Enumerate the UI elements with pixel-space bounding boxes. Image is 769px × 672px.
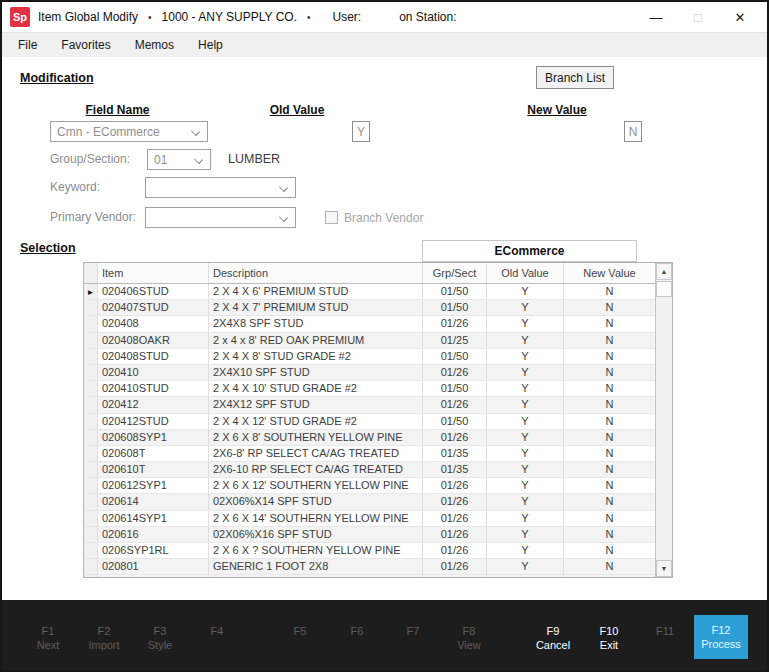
row-selector-cell: ►	[84, 333, 98, 348]
table-row[interactable]: ► 020801 GENERIC 1 FOOT 2X8 01/26 Y N	[84, 559, 655, 575]
table-row[interactable]: ► 020412STUD 2 X 4 X 12' STUD GRADE #2 0…	[84, 414, 655, 430]
grp-sect-cell: 01/50	[423, 414, 487, 429]
new-value-cell: N	[564, 559, 655, 574]
vertical-scrollbar[interactable]: ▲ ▼	[655, 263, 672, 577]
grid-header-new-value: New Value	[564, 263, 655, 283]
description-cell: 2 X 4 X 8' STUD GRADE #2	[209, 349, 423, 364]
old-value-field[interactable]: Y	[352, 121, 370, 142]
function-key-button[interactable]: F10 Exit	[581, 624, 637, 652]
table-row[interactable]: ► 020608SYP1 2 X 6 X 8' SOUTHERN YELLOW …	[84, 430, 655, 446]
new-value-cell: N	[564, 430, 655, 445]
table-row[interactable]: ► 020408OAKR 2 x 4 x 8' RED OAK PREMIUM …	[84, 333, 655, 349]
table-row[interactable]: ► 020408 2X4X8 SPF STUD 01/26 Y N	[84, 316, 655, 332]
item-cell: 020608SYP1	[98, 430, 209, 445]
group-section-select[interactable]: 01	[147, 149, 211, 170]
function-key-button[interactable]: F7	[385, 624, 441, 638]
field-name-select[interactable]: Cmn - ECommerce	[50, 121, 208, 142]
function-key-name: F7	[385, 624, 441, 638]
table-row[interactable]: ► 020614SYP1 2 X 6 X 14' SOUTHERN YELLOW…	[84, 511, 655, 527]
item-cell: 020610T	[98, 462, 209, 477]
group-section-select-value: 01	[154, 153, 167, 167]
table-row[interactable]: ► 020406STUD 2 X 4 X 6' PREMIUM STUD 01/…	[84, 284, 655, 300]
table-row[interactable]: ► 020608T 2X6-8' RP SELECT CA/AG TREATED…	[84, 446, 655, 462]
function-key-button[interactable]: F4	[189, 624, 245, 638]
row-selector-cell: ►	[84, 365, 98, 380]
old-value-cell: Y	[487, 300, 564, 315]
row-selector-cell: ►	[84, 446, 98, 461]
old-value-cell: Y	[487, 543, 564, 558]
old-value-cell: Y	[487, 414, 564, 429]
function-key-button[interactable]: F9 Cancel	[525, 624, 581, 652]
table-row[interactable]: ► 020408STUD 2 X 4 X 8' STUD GRADE #2 01…	[84, 349, 655, 365]
function-key-button[interactable]: F3 Style	[132, 624, 188, 652]
scrollbar-thumb[interactable]	[656, 281, 672, 297]
grid-body: ► 020406STUD 2 X 4 X 6' PREMIUM STUD 01/…	[84, 284, 655, 577]
new-value-field[interactable]: N	[624, 121, 642, 142]
table-row[interactable]: ► 020610T 2X6-10 RP SELECT CA/AG TREATED…	[84, 462, 655, 478]
item-cell: 020616	[98, 527, 209, 542]
grp-sect-cell: 01/35	[423, 446, 487, 461]
menu-memos[interactable]: Memos	[135, 38, 174, 52]
old-value-cell: Y	[487, 316, 564, 331]
old-value-cell: Y	[487, 397, 564, 412]
station-label: on Station:	[399, 10, 456, 24]
new-value-cell: N	[564, 349, 655, 364]
menu-favorites[interactable]: Favorites	[61, 38, 110, 52]
function-key-button[interactable]: F1 Next	[20, 624, 76, 652]
item-cell: 020612SYP1	[98, 478, 209, 493]
primary-vendor-select[interactable]	[145, 207, 296, 228]
table-row[interactable]: ► 020410STUD 2 X 4 X 10' STUD GRADE #2 0…	[84, 381, 655, 397]
row-selector-cell: ►	[84, 381, 98, 396]
grp-sect-cell: 01/50	[423, 300, 487, 315]
table-row[interactable]: ► 020407STUD 2 X 4 X 7' PREMIUM STUD 01/…	[84, 300, 655, 316]
function-key-label: Import	[76, 638, 132, 652]
table-row[interactable]: ► 020614 02X06%X14 SPF STUD 01/26 Y N	[84, 494, 655, 510]
branch-list-button[interactable]: Branch List	[536, 66, 614, 89]
function-key-label: Process	[694, 637, 748, 651]
grp-sect-cell: 01/26	[423, 316, 487, 331]
new-value-cell: N	[564, 543, 655, 558]
field-name-select-value: Cmn - ECommerce	[57, 125, 160, 139]
grid-header-row: Item Description Grp/Sect Old Value New …	[84, 263, 655, 284]
row-selector-cell: ►	[84, 527, 98, 542]
table-row[interactable]: ► 020612SYP1 2 X 6 X 12' SOUTHERN YELLOW…	[84, 478, 655, 494]
function-key-button[interactable]: F11	[637, 624, 693, 638]
minimize-icon[interactable]: —	[635, 2, 677, 32]
description-cell: 02X06%X16 SPF STUD	[209, 527, 423, 542]
description-cell: 2X6-10 RP SELECT CA/AG TREATED	[209, 462, 423, 477]
branch-vendor-checkbox[interactable]	[325, 211, 338, 224]
function-key-button[interactable]: F6	[329, 624, 385, 638]
scroll-up-icon[interactable]: ▲	[656, 263, 672, 280]
table-row[interactable]: ► 020616 02X06%X16 SPF STUD 01/26 Y N	[84, 527, 655, 543]
close-icon[interactable]: ✕	[719, 2, 761, 32]
item-cell: 020410STUD	[98, 381, 209, 396]
row-selector-cell: ►	[84, 284, 98, 299]
scroll-down-icon[interactable]: ▼	[656, 560, 672, 577]
menu-help[interactable]: Help	[198, 38, 223, 52]
menu-file[interactable]: File	[18, 38, 37, 52]
description-cell: 2 X 6 X 12' SOUTHERN YELLOW PINE	[209, 478, 423, 493]
title-bar: Sp Item Global Modify • 1000 - ANY SUPPL…	[2, 2, 767, 32]
description-cell: 2X4X10 SPF STUD	[209, 365, 423, 380]
item-cell: 020412	[98, 397, 209, 412]
table-row[interactable]: ► 020412 2X4X12 SPF STUD 01/26 Y N	[84, 397, 655, 413]
table-row[interactable]: ► 0206SYP1RL 2 X 6 X ? SOUTHERN YELLOW P…	[84, 543, 655, 559]
function-key-name: F6	[329, 624, 385, 638]
app-logo-icon: Sp	[10, 7, 30, 27]
function-key-button[interactable]: F5	[272, 624, 328, 638]
function-key-button[interactable]: F8 View	[441, 624, 497, 652]
selection-section-label: Selection	[20, 241, 76, 255]
scrollbar-track[interactable]	[656, 297, 672, 560]
keyword-select[interactable]	[145, 177, 296, 198]
function-key-label: Style	[132, 638, 188, 652]
function-key-button[interactable]: F12 Process	[694, 615, 748, 659]
function-key-button[interactable]: F2 Import	[76, 624, 132, 652]
grid-header-grp-sect: Grp/Sect	[423, 263, 487, 283]
group-section-label: Group/Section:	[50, 149, 130, 170]
item-cell: 020608T	[98, 446, 209, 461]
grp-sect-cell: 01/26	[423, 478, 487, 493]
row-selector-cell: ►	[84, 300, 98, 315]
row-selector-cell: ►	[84, 543, 98, 558]
table-row[interactable]: ► 020410 2X4X10 SPF STUD 01/26 Y N	[84, 365, 655, 381]
item-cell: 020412STUD	[98, 414, 209, 429]
